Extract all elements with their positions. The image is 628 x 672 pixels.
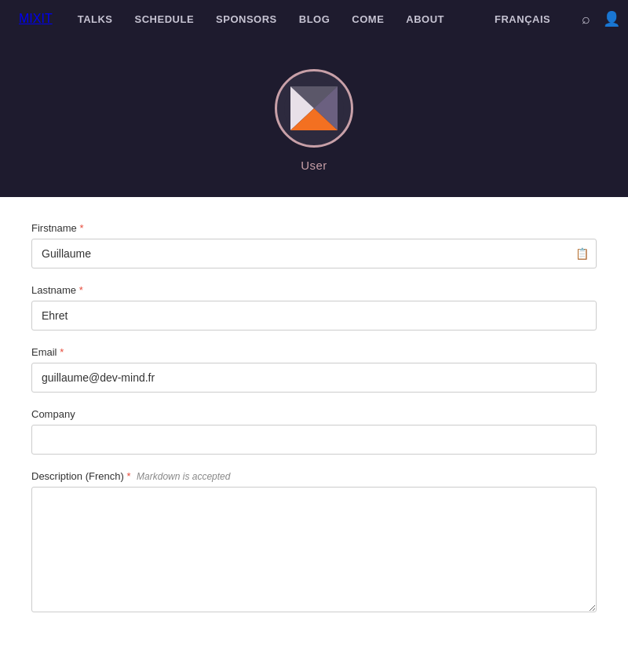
autofill-icon: 📋 xyxy=(575,247,589,260)
company-label: Company xyxy=(31,408,597,420)
hero-section: User xyxy=(0,38,628,197)
nav-link-about[interactable]: ABOUT xyxy=(406,13,444,25)
description-group: Description (French) * Markdown is accep… xyxy=(31,470,597,615)
nav-icons: ⌕ 👤 🔒 xyxy=(582,10,628,27)
nav-link-talks[interactable]: TALKS xyxy=(78,13,113,25)
form-area: Firstname * 📋 Lastname * Email * Company… xyxy=(16,197,612,663)
logo-mix: MIX xyxy=(19,12,41,25)
nav-links: TALKS SCHEDULE SPONSORS BLOG COME ABOUT xyxy=(78,13,444,25)
logo[interactable]: MIXIT xyxy=(19,12,53,26)
firstname-group: Firstname * 📋 xyxy=(31,222,597,268)
avatar-ring xyxy=(275,69,353,148)
firstname-input[interactable] xyxy=(31,239,597,268)
nav-link-schedule[interactable]: SCHEDULE xyxy=(135,13,195,25)
nav-language[interactable]: FRANÇAIS xyxy=(495,13,550,25)
user-label: User xyxy=(301,159,327,172)
nav-link-sponsors[interactable]: SPONSORS xyxy=(216,13,277,25)
nav-link-come[interactable]: COME xyxy=(352,13,384,25)
lastname-input[interactable] xyxy=(31,301,597,331)
nav-link-blog[interactable]: BLOG xyxy=(299,13,330,25)
description-label: Description (French) * Markdown is accep… xyxy=(31,470,597,482)
navbar: MIXIT TALKS SCHEDULE SPONSORS BLOG COME … xyxy=(0,0,628,38)
email-group: Email * xyxy=(31,346,597,393)
company-input[interactable] xyxy=(31,425,597,455)
description-textarea[interactable] xyxy=(31,487,597,612)
company-group: Company xyxy=(31,408,597,455)
lastname-label: Lastname * xyxy=(31,284,597,296)
firstname-label: Firstname * xyxy=(31,222,597,234)
logo-it: IT xyxy=(41,12,52,25)
lastname-group: Lastname * xyxy=(31,284,597,331)
user-icon[interactable]: 👤 xyxy=(603,10,620,27)
email-input[interactable] xyxy=(31,363,597,393)
email-label: Email * xyxy=(31,346,597,358)
search-icon[interactable]: ⌕ xyxy=(582,11,590,27)
firstname-input-wrapper: 📋 xyxy=(31,239,597,268)
avatar-logo xyxy=(283,77,345,140)
